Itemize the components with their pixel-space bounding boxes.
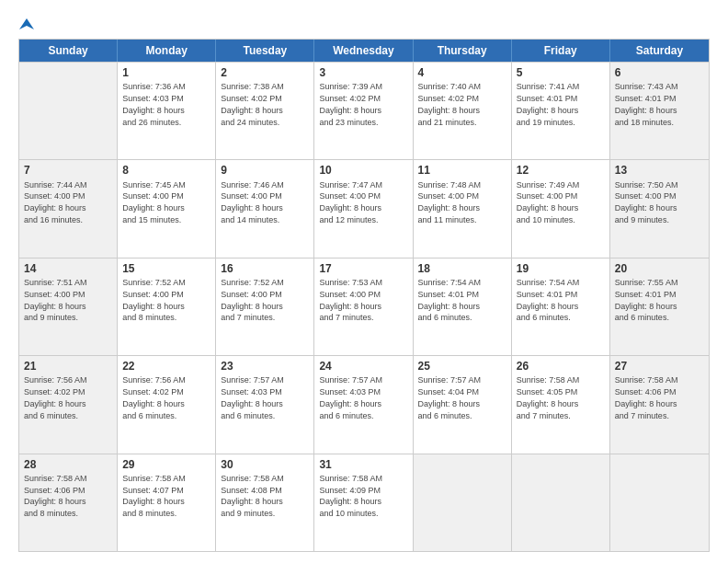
day-number: 6 (615, 65, 704, 80)
logo-icon (19, 17, 34, 31)
day-number: 4 (418, 65, 506, 80)
calendar-header: SundayMondayTuesdayWednesdayThursdayFrid… (19, 40, 709, 62)
calendar-cell: 10Sunrise: 7:47 AM Sunset: 4:00 PM Dayli… (314, 160, 413, 257)
day-info: Sunrise: 7:58 AM Sunset: 4:06 PM Dayligh… (24, 474, 87, 518)
day-info: Sunrise: 7:58 AM Sunset: 4:05 PM Dayligh… (517, 375, 580, 419)
svg-marker-0 (19, 18, 34, 29)
day-number: 22 (122, 359, 210, 373)
day-info: Sunrise: 7:40 AM Sunset: 4:02 PM Dayligh… (418, 82, 482, 126)
day-number: 16 (221, 261, 309, 276)
calendar-cell (414, 454, 512, 551)
calendar-row: 28Sunrise: 7:58 AM Sunset: 4:06 PM Dayli… (19, 454, 709, 551)
day-info: Sunrise: 7:58 AM Sunset: 4:08 PM Dayligh… (221, 474, 284, 518)
day-number: 28 (24, 457, 112, 472)
day-number: 21 (24, 359, 112, 373)
calendar-cell: 6Sunrise: 7:43 AM Sunset: 4:01 PM Daylig… (610, 63, 709, 159)
day-number: 31 (319, 457, 407, 472)
day-number: 29 (122, 457, 210, 472)
logo (18, 17, 34, 29)
day-number: 2 (221, 65, 309, 80)
day-info: Sunrise: 7:38 AM Sunset: 4:02 PM Dayligh… (221, 82, 284, 126)
day-info: Sunrise: 7:55 AM Sunset: 4:01 PM Dayligh… (615, 278, 678, 322)
weekday-header: Tuesday (216, 40, 314, 62)
calendar-cell: 13Sunrise: 7:50 AM Sunset: 4:00 PM Dayli… (610, 160, 709, 257)
day-number: 10 (319, 163, 407, 178)
day-info: Sunrise: 7:56 AM Sunset: 4:02 PM Dayligh… (122, 375, 186, 419)
weekday-header: Saturday (610, 40, 709, 62)
calendar-cell (610, 454, 709, 551)
calendar-cell: 1Sunrise: 7:36 AM Sunset: 4:03 PM Daylig… (118, 63, 216, 159)
day-info: Sunrise: 7:50 AM Sunset: 4:00 PM Dayligh… (615, 180, 678, 224)
calendar-row: 1Sunrise: 7:36 AM Sunset: 4:03 PM Daylig… (19, 62, 709, 159)
day-number: 8 (122, 163, 210, 178)
weekday-header: Friday (512, 40, 610, 62)
day-number: 30 (221, 457, 309, 472)
weekday-header: Wednesday (314, 40, 413, 62)
calendar-row: 14Sunrise: 7:51 AM Sunset: 4:00 PM Dayli… (19, 258, 709, 355)
day-number: 14 (24, 261, 112, 276)
calendar-cell: 26Sunrise: 7:58 AM Sunset: 4:05 PM Dayli… (512, 356, 610, 453)
calendar-cell: 27Sunrise: 7:58 AM Sunset: 4:06 PM Dayli… (610, 356, 709, 453)
calendar-cell: 3Sunrise: 7:39 AM Sunset: 4:02 PM Daylig… (314, 63, 413, 159)
day-info: Sunrise: 7:36 AM Sunset: 4:03 PM Dayligh… (122, 82, 186, 126)
day-info: Sunrise: 7:46 AM Sunset: 4:00 PM Dayligh… (221, 180, 284, 224)
calendar-cell: 11Sunrise: 7:48 AM Sunset: 4:00 PM Dayli… (414, 160, 512, 257)
calendar-cell: 22Sunrise: 7:56 AM Sunset: 4:02 PM Dayli… (118, 356, 216, 453)
calendar-cell: 28Sunrise: 7:58 AM Sunset: 4:06 PM Dayli… (19, 454, 118, 551)
weekday-header: Thursday (414, 40, 512, 62)
calendar-cell: 17Sunrise: 7:53 AM Sunset: 4:00 PM Dayli… (314, 259, 413, 355)
day-number: 20 (615, 261, 704, 276)
day-number: 19 (517, 261, 605, 276)
day-info: Sunrise: 7:54 AM Sunset: 4:01 PM Dayligh… (517, 278, 580, 322)
calendar-cell: 20Sunrise: 7:55 AM Sunset: 4:01 PM Dayli… (610, 259, 709, 355)
calendar-cell: 5Sunrise: 7:41 AM Sunset: 4:01 PM Daylig… (512, 63, 610, 159)
calendar-cell: 31Sunrise: 7:58 AM Sunset: 4:09 PM Dayli… (314, 454, 413, 551)
calendar-cell: 7Sunrise: 7:44 AM Sunset: 4:00 PM Daylig… (19, 160, 118, 257)
day-info: Sunrise: 7:39 AM Sunset: 4:02 PM Dayligh… (319, 82, 382, 126)
calendar-cell: 16Sunrise: 7:52 AM Sunset: 4:00 PM Dayli… (216, 259, 314, 355)
day-info: Sunrise: 7:58 AM Sunset: 4:06 PM Dayligh… (615, 375, 678, 419)
day-info: Sunrise: 7:57 AM Sunset: 4:03 PM Dayligh… (319, 375, 382, 419)
calendar-cell: 24Sunrise: 7:57 AM Sunset: 4:03 PM Dayli… (314, 356, 413, 453)
day-info: Sunrise: 7:57 AM Sunset: 4:03 PM Dayligh… (221, 375, 284, 419)
calendar-cell: 21Sunrise: 7:56 AM Sunset: 4:02 PM Dayli… (19, 356, 118, 453)
header (18, 17, 710, 29)
day-info: Sunrise: 7:53 AM Sunset: 4:00 PM Dayligh… (319, 278, 382, 322)
day-number: 5 (517, 65, 605, 80)
calendar-body: 1Sunrise: 7:36 AM Sunset: 4:03 PM Daylig… (19, 62, 709, 551)
day-number: 24 (319, 359, 407, 373)
day-info: Sunrise: 7:47 AM Sunset: 4:00 PM Dayligh… (319, 180, 382, 224)
calendar-cell: 23Sunrise: 7:57 AM Sunset: 4:03 PM Dayli… (216, 356, 314, 453)
weekday-header: Sunday (19, 40, 118, 62)
day-info: Sunrise: 7:54 AM Sunset: 4:01 PM Dayligh… (418, 278, 482, 322)
calendar-cell: 9Sunrise: 7:46 AM Sunset: 4:00 PM Daylig… (216, 160, 314, 257)
day-info: Sunrise: 7:58 AM Sunset: 4:07 PM Dayligh… (122, 474, 186, 518)
calendar-cell (19, 63, 118, 159)
day-number: 11 (418, 163, 506, 178)
day-number: 9 (221, 163, 309, 178)
calendar-cell: 4Sunrise: 7:40 AM Sunset: 4:02 PM Daylig… (414, 63, 512, 159)
calendar-row: 7Sunrise: 7:44 AM Sunset: 4:00 PM Daylig… (19, 159, 709, 257)
day-number: 13 (615, 163, 704, 178)
day-info: Sunrise: 7:44 AM Sunset: 4:00 PM Dayligh… (24, 180, 87, 224)
day-info: Sunrise: 7:41 AM Sunset: 4:01 PM Dayligh… (517, 82, 580, 126)
day-info: Sunrise: 7:48 AM Sunset: 4:00 PM Dayligh… (418, 180, 482, 224)
day-number: 23 (221, 359, 309, 373)
day-number: 1 (122, 65, 210, 80)
day-number: 18 (418, 261, 506, 276)
day-info: Sunrise: 7:45 AM Sunset: 4:00 PM Dayligh… (122, 180, 186, 224)
calendar-row: 21Sunrise: 7:56 AM Sunset: 4:02 PM Dayli… (19, 355, 709, 453)
calendar-cell (512, 454, 610, 551)
day-number: 7 (24, 163, 112, 178)
day-info: Sunrise: 7:52 AM Sunset: 4:00 PM Dayligh… (122, 278, 186, 322)
calendar-cell: 19Sunrise: 7:54 AM Sunset: 4:01 PM Dayli… (512, 259, 610, 355)
day-info: Sunrise: 7:57 AM Sunset: 4:04 PM Dayligh… (418, 375, 482, 419)
calendar-cell: 18Sunrise: 7:54 AM Sunset: 4:01 PM Dayli… (414, 259, 512, 355)
calendar-cell: 29Sunrise: 7:58 AM Sunset: 4:07 PM Dayli… (118, 454, 216, 551)
day-number: 27 (615, 359, 704, 373)
day-number: 15 (122, 261, 210, 276)
calendar-cell: 2Sunrise: 7:38 AM Sunset: 4:02 PM Daylig… (216, 63, 314, 159)
weekday-header: Monday (118, 40, 216, 62)
calendar-cell: 30Sunrise: 7:58 AM Sunset: 4:08 PM Dayli… (216, 454, 314, 551)
day-number: 12 (517, 163, 605, 178)
